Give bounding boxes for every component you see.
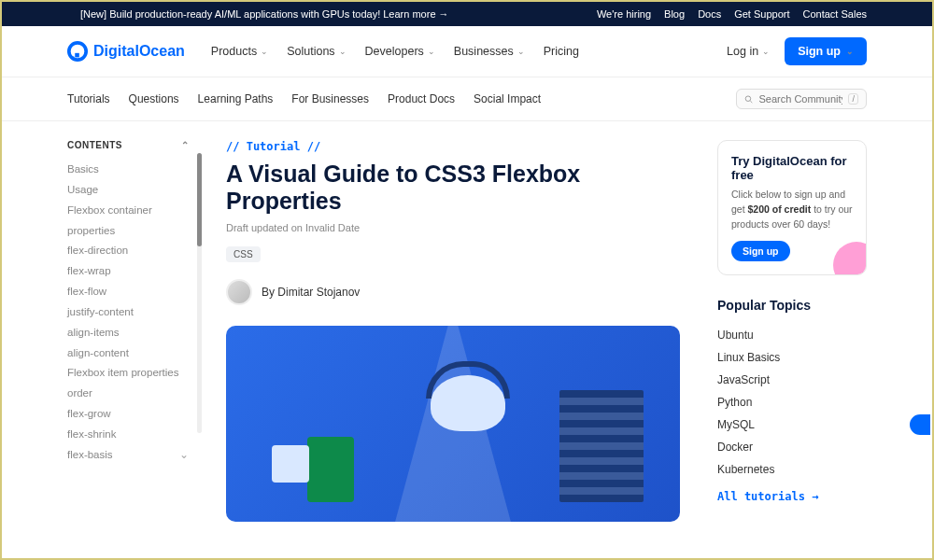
- announcement-link[interactable]: [New] Build production-ready AI/ML appli…: [80, 8, 449, 20]
- topic-tag[interactable]: CSS: [226, 246, 261, 262]
- promo-title: Try DigitalOcean for free: [731, 154, 853, 182]
- nav-products[interactable]: Products⌄: [211, 45, 268, 58]
- nav-developers[interactable]: Developers⌄: [365, 45, 435, 58]
- nav-businesses[interactable]: Businesses⌄: [454, 45, 525, 58]
- chevron-down-icon: ⌄: [846, 47, 854, 56]
- tab-social-impact[interactable]: Social Impact: [474, 92, 541, 105]
- svg-rect-1: [75, 53, 79, 58]
- svg-point-3: [745, 95, 751, 101]
- popular-topic[interactable]: Linux Basics: [717, 346, 867, 369]
- toc-item[interactable]: flex-shrink: [67, 425, 189, 445]
- blog-link[interactable]: Blog: [664, 8, 685, 20]
- toc-item[interactable]: align-items: [67, 323, 189, 343]
- toc-item[interactable]: flex-flow: [67, 282, 189, 302]
- search-box[interactable]: /: [736, 89, 867, 109]
- search-input[interactable]: [758, 93, 842, 105]
- toc-item[interactable]: order: [67, 384, 189, 404]
- promo-signup-button[interactable]: Sign up: [731, 241, 790, 261]
- popular-heading: Popular Topics: [717, 298, 867, 313]
- svg-line-4: [750, 101, 752, 103]
- article-meta: Draft updated on Invalid Date: [226, 222, 680, 233]
- popular-topic[interactable]: Python: [717, 391, 867, 413]
- toc-item[interactable]: align-content: [67, 343, 189, 364]
- popular-topic[interactable]: Kubernetes: [717, 458, 867, 481]
- hero-image: [226, 326, 680, 522]
- nav-pricing[interactable]: Pricing: [544, 45, 579, 58]
- chevron-down-icon: ⌄: [179, 445, 189, 466]
- tab-tutorials[interactable]: Tutorials: [67, 92, 110, 105]
- tab-learning-paths[interactable]: Learning Paths: [198, 92, 274, 105]
- all-tutorials-link[interactable]: All tutorials →: [717, 490, 867, 503]
- toc-item[interactable]: Flexbox item properties: [67, 363, 189, 384]
- toc-item[interactable]: Usage: [67, 180, 189, 201]
- breadcrumb: // Tutorial //: [226, 140, 680, 153]
- brand-name: DigitalOcean: [93, 43, 185, 60]
- tab-questions[interactable]: Questions: [129, 92, 179, 105]
- tab-for-businesses[interactable]: For Businesses: [291, 92, 369, 105]
- contact-sales-link[interactable]: Contact Sales: [803, 8, 867, 20]
- logo-icon: [67, 41, 88, 62]
- help-badge[interactable]: [908, 413, 932, 437]
- support-link[interactable]: Get Support: [734, 8, 789, 20]
- decorative-blob: [833, 242, 867, 275]
- chevron-down-icon: ⌄: [428, 47, 435, 56]
- login-link[interactable]: Log in⌄: [727, 45, 770, 58]
- nav-solutions[interactable]: Solutions⌄: [287, 45, 346, 58]
- promo-card: Try DigitalOcean for free Click below to…: [717, 140, 867, 275]
- toc-list: Basics Usage Flexbox container propertie…: [67, 160, 189, 466]
- author-byline: By Dimitar Stojanov: [262, 286, 360, 299]
- popular-topic[interactable]: MySQL: [717, 413, 867, 436]
- toc-scrollbar[interactable]: [197, 153, 202, 433]
- author-avatar: [226, 279, 252, 305]
- toc-item[interactable]: Flexbox container properties: [67, 201, 189, 242]
- chevron-down-icon: ⌄: [339, 47, 347, 56]
- popular-topic[interactable]: Ubuntu: [717, 324, 867, 346]
- toc-item[interactable]: flex-direction: [67, 241, 189, 261]
- tab-product-docs[interactable]: Product Docs: [388, 92, 455, 105]
- svg-rect-2: [72, 57, 75, 60]
- search-shortcut: /: [848, 93, 858, 105]
- hiring-link[interactable]: We're hiring: [597, 8, 651, 20]
- chevron-down-icon: ⌄: [517, 47, 525, 56]
- toc-item[interactable]: justify-content: [67, 302, 189, 323]
- chevron-down-icon: ⌄: [762, 47, 770, 56]
- toc-item[interactable]: flex-wrap: [67, 261, 189, 282]
- logo[interactable]: DigitalOcean: [67, 41, 185, 62]
- promo-body: Click below to sign up and get $200 of c…: [731, 188, 853, 231]
- collapse-icon[interactable]: ⌃: [181, 140, 190, 150]
- toc-heading: CONTENTS: [67, 140, 122, 150]
- search-icon: [744, 94, 753, 105]
- popular-topic[interactable]: JavaScript: [717, 369, 867, 391]
- popular-topic[interactable]: Docker: [717, 436, 867, 458]
- signup-button[interactable]: Sign up⌄: [785, 37, 867, 65]
- docs-link[interactable]: Docs: [698, 8, 721, 20]
- article-title: A Visual Guide to CSS3 Flexbox Propertie…: [226, 161, 680, 215]
- toc-scrollthumb[interactable]: [197, 153, 202, 246]
- chevron-down-icon: ⌄: [261, 47, 268, 56]
- toc-item[interactable]: Basics: [67, 160, 189, 180]
- toc-item[interactable]: flex-grow: [67, 404, 189, 425]
- toc-item[interactable]: flex-basis⌄: [67, 445, 189, 466]
